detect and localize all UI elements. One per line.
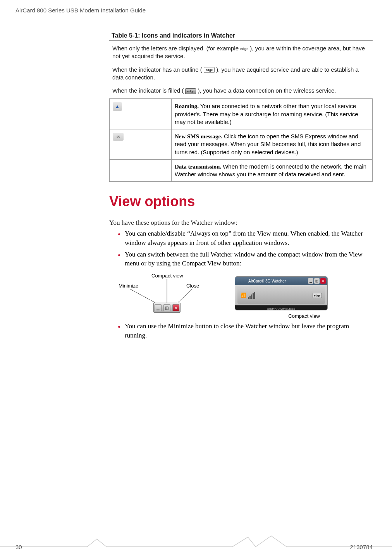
- row-bold: Data transmission.: [175, 164, 221, 170]
- table-title: Table 5-1: Icons and indicators in Watch…: [109, 31, 373, 41]
- content-area: Table 5-1: Icons and indicators in Watch…: [109, 31, 373, 343]
- section-intro: You have these options for the Watcher w…: [109, 218, 373, 227]
- edge-filled-icon: edge: [185, 88, 196, 94]
- compact-view-caption: Compact view: [288, 313, 320, 319]
- table-row: ▲ Roaming. You are connected to a networ…: [110, 99, 373, 129]
- bullet-list: You can enable/disable “Always on top” f…: [109, 229, 373, 268]
- list-item: You can enable/disable “Always on top” f…: [118, 229, 373, 248]
- edge-outline-icon: edge: [204, 67, 215, 73]
- section-heading: View options: [109, 193, 373, 210]
- info-text-block: When only the letters are displayed, (fo…: [109, 42, 373, 99]
- document-id: 2130784: [350, 544, 373, 550]
- desc-cell: New SMS message. Click the icon to open …: [172, 129, 373, 160]
- compact-close-button[interactable]: ✕: [320, 278, 326, 284]
- compact-view-button[interactable]: ◫: [163, 304, 170, 311]
- page-number: 30: [15, 544, 22, 550]
- list-item: You can use the Minimize button to close…: [118, 322, 373, 340]
- table-row: ✉ New SMS message. Click the icon to ope…: [110, 129, 373, 160]
- intro-p1-pre: When only the letters are displayed, (fo…: [112, 45, 240, 52]
- desc-cell: Roaming. You are connected to a network …: [172, 99, 373, 129]
- compact-titlebar: AirCard® 3G Watcher ▁ ◫ ✕: [235, 277, 327, 285]
- row-text: You are connected to a network other tha…: [175, 103, 358, 125]
- icon-cell: ✉: [110, 129, 172, 160]
- page-header: AirCard 800 Series USB Modem Installatio…: [15, 7, 146, 14]
- compact-window: AirCard® 3G Watcher ▁ ◫ ✕ 📶: [235, 276, 328, 310]
- list-item: You can switch between the full Watcher …: [118, 250, 373, 269]
- intro-p3-post: ), you have a data connection on the wir…: [198, 87, 336, 94]
- antenna-icon: 📶: [241, 293, 246, 298]
- control-bar: ▁ ◫ ✕: [153, 303, 181, 313]
- roaming-icon: ▲: [113, 102, 122, 111]
- compact-app-title: AirCard® 3G Watcher: [248, 279, 286, 283]
- control-buttons-diagram: Minimize Compact view Close ▁ ◫ ✕: [119, 272, 219, 315]
- compact-minimize-button[interactable]: ▁: [308, 278, 313, 284]
- row-bold: Roaming.: [175, 103, 199, 109]
- svg-line-0: [130, 289, 157, 304]
- sms-icon: ✉: [113, 133, 124, 141]
- row-bold: New SMS message.: [175, 133, 222, 140]
- compact-footer-brand: SIERRA WIRELESS: [235, 305, 327, 310]
- desc-cell: Data transmission. When the modem is con…: [172, 159, 373, 182]
- svg-line-2: [177, 289, 192, 304]
- indicator-table: ▲ Roaming. You are connected to a networ…: [109, 99, 373, 182]
- table-row: Data transmission. When the modem is con…: [110, 159, 373, 182]
- compact-controls: ▁ ◫ ✕: [308, 278, 326, 284]
- close-button[interactable]: ✕: [172, 304, 179, 311]
- compact-restore-button[interactable]: ◫: [314, 278, 320, 284]
- edge-indicator-icon: edge: [313, 293, 322, 298]
- minimize-button[interactable]: ▁: [155, 304, 162, 311]
- edge-text-icon: edge: [240, 47, 248, 51]
- icon-cell: ▲: [110, 99, 172, 129]
- icon-cell: [110, 159, 172, 182]
- signal-strength-icon: [248, 292, 255, 299]
- footer-decoration: [0, 534, 392, 553]
- compact-body: 📶 edge: [237, 287, 325, 304]
- bullet-list-continued: You can use the Minimize button to close…: [109, 322, 373, 340]
- diagram-row: Minimize Compact view Close ▁ ◫ ✕ AirCar…: [119, 272, 373, 315]
- intro-p3-pre: When the indicator is filled (: [112, 87, 184, 94]
- intro-p2-pre: When the indicator has an outline (: [112, 66, 202, 73]
